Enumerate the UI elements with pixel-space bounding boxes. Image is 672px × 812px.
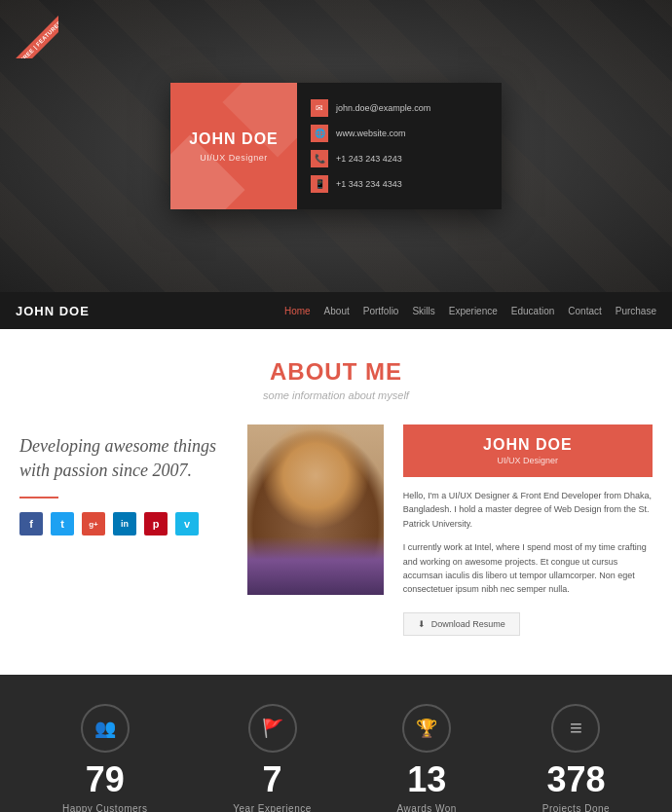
facebook-icon[interactable]: f bbox=[19, 512, 43, 535]
nav-brand: JOHN DOE bbox=[16, 304, 284, 318]
stats-section: 👥 79 Happy Customers 🚩 7 Year Experience… bbox=[0, 675, 672, 812]
happy-customers-label: Happy Customers bbox=[62, 803, 148, 812]
card-left: JOHN DOE UI/UX Designer bbox=[170, 83, 297, 209]
twitter-icon[interactable]: t bbox=[51, 512, 74, 535]
hero-section: FREE | FEATURED SITE OF THE WEEK JOHN DO… bbox=[0, 0, 672, 292]
download-resume-button[interactable]: ⬇ Download Resume bbox=[403, 612, 520, 636]
profile-photo bbox=[247, 424, 384, 595]
awards-won-label: Awards Won bbox=[397, 803, 457, 812]
projects-done-icon: ≡ bbox=[551, 704, 600, 753]
card-email-row: ✉ john.doe@example.com bbox=[311, 99, 488, 117]
about-tagline: Developing awesome things with passion s… bbox=[19, 434, 228, 483]
card-phone1: +1 243 243 4243 bbox=[336, 154, 402, 164]
navbar: JOHN DOE Home About Portfolio Skills Exp… bbox=[0, 292, 672, 329]
year-experience-icon: 🚩 bbox=[248, 704, 297, 753]
about-right-column: JOHN DOE UI/UX Designer Hello, I'm a UI/… bbox=[403, 424, 653, 636]
gplus-icon[interactable]: g+ bbox=[82, 512, 105, 535]
nav-education[interactable]: Education bbox=[511, 306, 554, 316]
nav-purchase[interactable]: Purchase bbox=[616, 306, 656, 316]
vimeo-icon[interactable]: v bbox=[175, 512, 199, 535]
card-website-row: 🌐 www.website.com bbox=[311, 125, 488, 142]
profile-role: UI/UX Designer bbox=[419, 456, 637, 465]
bio-text-2: I currently work at Intel, where I spend… bbox=[403, 540, 653, 597]
about-divider bbox=[19, 497, 58, 498]
download-label: Download Resume bbox=[431, 619, 505, 629]
business-card: JOHN DOE UI/UX Designer ✉ john.doe@examp… bbox=[170, 83, 502, 209]
nav-links: Home About Portfolio Skills Experience E… bbox=[284, 306, 656, 316]
bio-text-1: Hello, I'm a UI/UX Designer & Front End … bbox=[403, 489, 653, 531]
nav-experience[interactable]: Experience bbox=[449, 306, 498, 316]
profile-header: JOHN DOE UI/UX Designer bbox=[403, 424, 653, 477]
stat-year-experience: 🚩 7 Year Experience bbox=[233, 704, 312, 812]
awards-won-icon: 🏆 bbox=[402, 704, 451, 753]
watermark: FREE | FEATURED SITE OF THE WEEK bbox=[0, 0, 58, 58]
awards-won-number: 13 bbox=[407, 762, 446, 797]
about-section: ABOUT ME some information about myself D… bbox=[0, 329, 672, 675]
happy-customers-number: 79 bbox=[86, 762, 125, 797]
card-right: ✉ john.doe@example.com 🌐 www.website.com… bbox=[297, 83, 502, 209]
about-content: Developing awesome things with passion s… bbox=[19, 424, 653, 636]
nav-home[interactable]: Home bbox=[284, 306, 311, 316]
pinterest-icon[interactable]: p bbox=[144, 512, 168, 535]
phone1-icon: 📞 bbox=[311, 150, 328, 167]
stat-projects-done: ≡ 378 Projects Done bbox=[542, 704, 610, 812]
linkedin-icon[interactable]: in bbox=[113, 512, 136, 535]
stat-awards-won: 🏆 13 Awards Won bbox=[397, 704, 457, 812]
card-name: JOHN DOE bbox=[189, 129, 279, 148]
watermark-text: FREE | FEATURED SITE OF THE WEEK bbox=[2, 0, 58, 58]
stat-happy-customers: 👥 79 Happy Customers bbox=[62, 704, 148, 812]
about-header: ABOUT ME some information about myself bbox=[19, 358, 653, 401]
card-website: www.website.com bbox=[336, 129, 406, 138]
email-icon: ✉ bbox=[311, 99, 328, 117]
card-job-title: UI/UX Designer bbox=[200, 153, 268, 163]
year-experience-label: Year Experience bbox=[233, 803, 312, 812]
card-phone2-row: 📱 +1 343 234 4343 bbox=[311, 175, 488, 193]
website-icon: 🌐 bbox=[311, 125, 328, 142]
about-subtitle: some information about myself bbox=[19, 389, 653, 401]
year-experience-number: 7 bbox=[263, 762, 282, 797]
photo-shirt bbox=[247, 536, 384, 595]
download-icon: ⬇ bbox=[418, 619, 426, 629]
nav-portfolio[interactable]: Portfolio bbox=[363, 306, 399, 316]
projects-done-number: 378 bbox=[546, 762, 605, 797]
phone2-icon: 📱 bbox=[311, 175, 328, 193]
about-left-column: Developing awesome things with passion s… bbox=[19, 424, 228, 545]
profile-name: JOHN DOE bbox=[419, 436, 637, 454]
about-title-accent: ME bbox=[365, 358, 402, 385]
card-phone1-row: 📞 +1 243 243 4243 bbox=[311, 150, 488, 167]
about-title-regular: ABOUT bbox=[270, 358, 365, 385]
card-email: john.doe@example.com bbox=[336, 103, 430, 113]
projects-done-label: Projects Done bbox=[542, 803, 610, 812]
social-icons: f t g+ in p v bbox=[19, 512, 228, 535]
about-title: ABOUT ME bbox=[19, 358, 653, 386]
happy-customers-icon: 👥 bbox=[81, 704, 130, 753]
nav-about[interactable]: About bbox=[324, 306, 350, 316]
nav-skills[interactable]: Skills bbox=[412, 306, 434, 316]
card-phone2: +1 343 234 4343 bbox=[336, 179, 402, 189]
nav-contact[interactable]: Contact bbox=[568, 306, 601, 316]
